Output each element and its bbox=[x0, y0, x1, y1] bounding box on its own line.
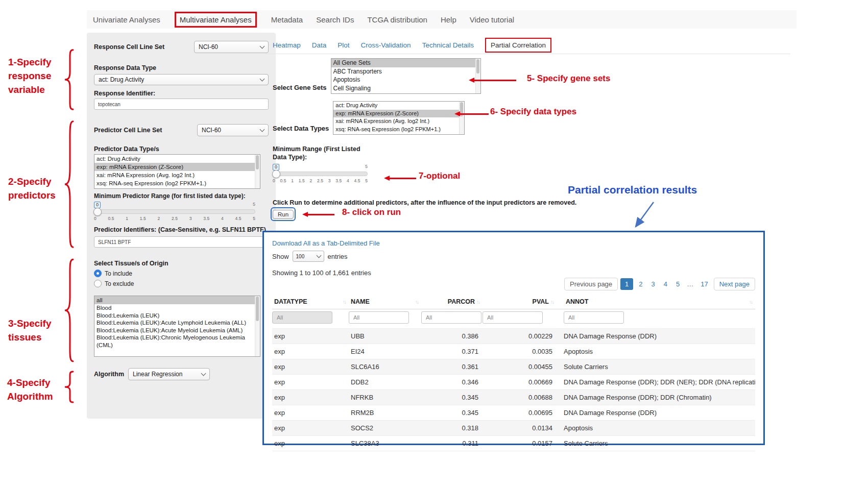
tick-label: 4.5 bbox=[354, 178, 360, 183]
table-row[interactable]: exp SLC38A3 0.311 0.0157 Solute Carriers bbox=[272, 436, 755, 451]
response-identifier-input[interactable] bbox=[94, 99, 269, 110]
table-row[interactable]: exp SLC6A16 0.361 0.00455 Solute Carrier… bbox=[272, 359, 755, 375]
filter-pval-input[interactable] bbox=[483, 311, 543, 324]
min-predictor-range-slider[interactable]: 0 5 0 0.5 1 1.5 2 2.5 3 3.5 4 4.5 5 bbox=[94, 202, 255, 221]
tab-technical-details[interactable]: Technical Details bbox=[422, 41, 474, 49]
tab-data[interactable]: Data bbox=[312, 41, 327, 49]
sort-icon[interactable]: ↑↓ bbox=[343, 299, 347, 305]
table-row[interactable]: exp UBB 0.386 0.00229 DNA Damage Respons… bbox=[272, 329, 755, 344]
listbox-option[interactable]: Blood:Leukemia (LEUK):Acute Lymphoid Leu… bbox=[94, 319, 255, 327]
scrollbar-thumb[interactable] bbox=[256, 297, 259, 321]
listbox-option[interactable]: Apoptosis bbox=[331, 76, 475, 84]
predictor-data-types-listbox[interactable]: act: Drug Activity exp: mRNA Expression … bbox=[94, 154, 260, 189]
listbox-option[interactable]: ABC Transporters bbox=[331, 67, 475, 76]
table-row[interactable]: exp DDB2 0.346 0.00669 DNA Damage Respon… bbox=[272, 375, 755, 390]
table-row[interactable]: exp RRM2B 0.345 0.00695 DNA Damage Respo… bbox=[272, 405, 755, 421]
column-header-pval[interactable]: PVAL↑↓ bbox=[483, 295, 557, 309]
page-button-3[interactable]: 3 bbox=[648, 279, 658, 289]
scrollbar-thumb[interactable] bbox=[256, 155, 259, 169]
page-button-4[interactable]: 4 bbox=[661, 279, 670, 289]
scrollbar[interactable] bbox=[255, 296, 260, 356]
column-header-name[interactable]: NAME↑↓ bbox=[349, 295, 421, 309]
slider-handle[interactable] bbox=[93, 208, 102, 216]
tissue-include-radio[interactable]: To include bbox=[94, 270, 269, 277]
sort-icon[interactable]: ↑↓ bbox=[550, 299, 554, 305]
entries-count-select[interactable]: 100 bbox=[293, 251, 324, 262]
filter-parcor-input[interactable] bbox=[421, 311, 481, 324]
listbox-option[interactable]: xai: mRNA Expression (Avg. log2 Int.) bbox=[333, 117, 459, 126]
tick-label: 3.5 bbox=[335, 178, 342, 183]
download-link[interactable]: Download All as a Tab-Delimited File bbox=[272, 239, 380, 247]
column-header-datatype[interactable]: DATATYPE↑↓ bbox=[272, 295, 349, 309]
page-button-17[interactable]: 17 bbox=[697, 279, 711, 289]
slider-track[interactable] bbox=[273, 172, 368, 176]
page-button-1[interactable]: 1 bbox=[620, 278, 633, 290]
response-data-type-select[interactable]: act: Drug Activity bbox=[94, 74, 269, 85]
tick-label: 3 bbox=[328, 178, 331, 183]
page-button-5[interactable]: 5 bbox=[673, 279, 683, 289]
cell-pval: 0.00688 bbox=[483, 390, 557, 405]
listbox-option[interactable]: act: Drug Activity bbox=[333, 102, 459, 110]
arrow-optional bbox=[384, 176, 416, 181]
listbox-option[interactable]: xsq: RNA-seq Expression (log2 FPKM+1.) bbox=[333, 126, 459, 134]
filter-datatype-input[interactable] bbox=[272, 311, 332, 324]
response-cell-line-set-select[interactable]: NCI-60 bbox=[194, 41, 269, 53]
column-header-parcor[interactable]: PARCOR↑↓ bbox=[421, 295, 483, 309]
tab-plot[interactable]: Plot bbox=[337, 41, 349, 49]
column-header-annot[interactable]: ANNOT↑↓ bbox=[557, 295, 755, 309]
scrollbar[interactable] bbox=[475, 59, 480, 93]
cell-parcor: 0.361 bbox=[421, 359, 483, 375]
entries-label: entries bbox=[328, 253, 348, 260]
listbox-option[interactable]: Blood bbox=[94, 304, 255, 312]
predictor-identifiers-input[interactable] bbox=[94, 236, 269, 248]
tissue-exclude-radio[interactable]: To exclude bbox=[94, 280, 269, 287]
listbox-option[interactable]: xsq: RNA-seq Expression (log2 FPKM+1.) bbox=[94, 179, 255, 187]
listbox-option[interactable]: act: Drug Activity bbox=[94, 155, 255, 163]
listbox-option-selected[interactable]: exp: mRNA Expression (Z-Score) bbox=[94, 163, 255, 171]
predictor-cell-line-set-select[interactable]: NCI-60 bbox=[197, 124, 269, 136]
tissue-listbox[interactable]: all Blood Blood:Leukemia (LEUK) Blood:Le… bbox=[94, 296, 260, 357]
filter-name-input[interactable] bbox=[349, 311, 409, 324]
nav-item-multivariate-analyses[interactable]: Multivariate Analyses bbox=[175, 12, 257, 28]
next-page-button[interactable]: Next page bbox=[714, 278, 755, 290]
tick-label: 3.5 bbox=[203, 216, 209, 221]
filter-annot-input[interactable] bbox=[564, 311, 624, 324]
response-cell-line-set-value: NCI-60 bbox=[199, 43, 218, 51]
nav-item-metadata[interactable]: Metadata bbox=[271, 15, 303, 24]
listbox-option[interactable]: Blood:Leukemia (LEUK):Acute Myeloid Leuk… bbox=[94, 327, 255, 334]
tab-heatmap[interactable]: Heatmap bbox=[273, 41, 301, 49]
listbox-option[interactable]: Cell Signaling bbox=[331, 84, 475, 93]
scrollbar-thumb[interactable] bbox=[476, 59, 479, 74]
listbox-option-selected[interactable]: exp: mRNA Expression (Z-Score) bbox=[333, 110, 459, 118]
page-button-2[interactable]: 2 bbox=[636, 279, 645, 289]
listbox-option[interactable]: Blood:Leukemia (LEUK):Chronic Myelogenou… bbox=[94, 334, 255, 349]
table-row[interactable]: exp NFRKB 0.345 0.00688 DNA Damage Respo… bbox=[272, 390, 755, 405]
tab-cross-validation[interactable]: Cross-Validation bbox=[361, 41, 411, 49]
data-types-listbox[interactable]: act: Drug Activity exp: mRNA Expression … bbox=[333, 101, 465, 135]
listbox-option[interactable]: Blood:Leukemia (LEUK) bbox=[94, 312, 255, 320]
sort-icon[interactable]: ↑↓ bbox=[476, 299, 480, 305]
table-row[interactable]: exp EI24 0.371 0.0035 Apoptosis bbox=[272, 344, 755, 359]
listbox-option-selected[interactable]: All Gene Sets bbox=[331, 59, 475, 67]
scrollbar[interactable] bbox=[459, 102, 464, 134]
gene-sets-listbox[interactable]: All Gene Sets ABC Transporters Apoptosis… bbox=[331, 58, 481, 94]
nav-item-help[interactable]: Help bbox=[441, 15, 456, 24]
sort-icon[interactable]: ↑↓ bbox=[749, 299, 753, 305]
sort-icon[interactable]: ↑↓ bbox=[415, 299, 419, 305]
listbox-option[interactable]: xai: mRNA Expression (Avg. log2 Int.) bbox=[94, 171, 255, 179]
slider-track[interactable] bbox=[94, 209, 255, 214]
cell-name: SOCS2 bbox=[349, 421, 421, 436]
algorithm-select[interactable]: Linear Regression bbox=[128, 368, 210, 380]
tab-partial-correlation[interactable]: Partial Correlation bbox=[485, 38, 551, 53]
nav-item-tcga-distribution[interactable]: TCGA distribution bbox=[367, 15, 427, 24]
slider-handle[interactable] bbox=[272, 170, 280, 178]
previous-page-button[interactable]: Previous page bbox=[564, 278, 618, 290]
nav-item-video-tutorial[interactable]: Video tutorial bbox=[470, 15, 514, 24]
run-button[interactable]: Run bbox=[273, 210, 294, 219]
listbox-option-selected[interactable]: all bbox=[94, 296, 255, 304]
scrollbar[interactable] bbox=[255, 155, 260, 188]
min-range-slider[interactable]: 0 5 0 0.5 1 1.5 2 2.5 3 3.5 4 4.5 5 bbox=[273, 164, 368, 183]
nav-item-univariate-analyses[interactable]: Univariate Analyses bbox=[93, 15, 160, 24]
table-row[interactable]: exp SOCS2 0.318 0.0134 Apoptosis bbox=[272, 421, 755, 436]
nav-item-search-ids[interactable]: Search IDs bbox=[316, 15, 354, 24]
